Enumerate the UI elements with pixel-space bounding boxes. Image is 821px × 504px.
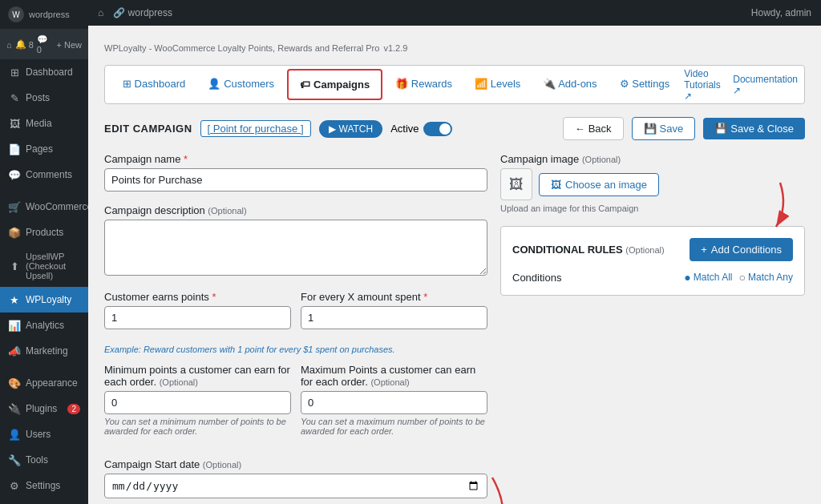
sidebar-item-dashboard[interactable]: ⊞ Dashboard bbox=[0, 59, 88, 85]
start-date-input[interactable] bbox=[104, 474, 487, 498]
tools-icon: 🔧 bbox=[8, 454, 21, 466]
plugins-icon: 🔌 bbox=[8, 402, 21, 415]
sidebar-item-label: Users bbox=[26, 429, 51, 440]
max-points-section: Maximum Points a customer can earn for e… bbox=[301, 364, 487, 436]
campaign-name-section: Campaign name * bbox=[104, 153, 487, 192]
woocommerce-icon: 🛒 bbox=[8, 200, 21, 213]
admin-home-link[interactable]: ⌂ bbox=[98, 7, 103, 18]
sidebar-item-plugins[interactable]: 🔌 Plugins 2 bbox=[0, 396, 88, 421]
campaign-description-section: Campaign description (Optional) bbox=[104, 204, 487, 278]
sidebar: W wordpress ⌂ 🔔 8 💬 0 + New ⊞ Dashboard … bbox=[0, 0, 88, 504]
nav-tabs: ⊞ Dashboard 👤 Customers 🏷 Campaigns 🎁 Re… bbox=[104, 65, 805, 104]
sidebar-item-analytics[interactable]: 📊 Analytics bbox=[0, 312, 88, 338]
site-name: wordpress bbox=[29, 10, 70, 19]
points-section: Customer earns points * For every X amou… bbox=[104, 291, 487, 342]
sidebar-item-label: Products bbox=[26, 227, 63, 238]
watch-button[interactable]: ▶ WATCH bbox=[319, 120, 383, 138]
active-toggle-switch[interactable] bbox=[423, 122, 452, 136]
main-content: ⌂ 🔗 wordpress Howdy, admin WPLoyalty - W… bbox=[88, 0, 821, 504]
sidebar-item-label: Pages bbox=[26, 143, 53, 155]
sidebar-item-label: Settings bbox=[26, 480, 60, 491]
appearance-icon: 🎨 bbox=[8, 377, 21, 389]
tab-addons[interactable]: 🔌 Add-ons bbox=[532, 70, 608, 100]
tab-settings[interactable]: ⚙ Settings bbox=[609, 70, 681, 100]
back-button[interactable]: ← Back bbox=[563, 117, 624, 140]
tab-campaigns[interactable]: 🏷 Campaigns bbox=[287, 69, 382, 100]
users-icon: 👤 bbox=[8, 428, 21, 441]
campaign-name-label: Campaign name * bbox=[104, 153, 487, 165]
sidebar-item-media[interactable]: 🖼 Media bbox=[0, 111, 88, 136]
analytics-icon: 📊 bbox=[8, 319, 21, 332]
sidebar-item-label: Posts bbox=[26, 92, 50, 103]
sidebar-item-users[interactable]: 👤 Users bbox=[0, 421, 88, 447]
sidebar-item-appearance[interactable]: 🎨 Appearance bbox=[0, 370, 88, 396]
sidebar-item-label: Dashboard bbox=[26, 67, 73, 78]
conditional-rules-title: CONDITIONAL RULES (Optional) bbox=[512, 244, 665, 256]
new-button[interactable]: + New bbox=[57, 40, 82, 50]
sidebar-item-label: Analytics bbox=[26, 320, 64, 331]
customer-earns-label: Customer earns points * bbox=[104, 291, 291, 303]
tab-levels[interactable]: 📶 Levels bbox=[463, 70, 532, 100]
comments-icon: 💬 bbox=[8, 168, 21, 181]
max-points-input[interactable] bbox=[301, 391, 487, 414]
dashboard-home-link[interactable]: ⌂ bbox=[6, 40, 12, 50]
conditional-rules-panel: CONDITIONAL RULES (Optional) + Add Condi… bbox=[500, 226, 805, 296]
save-button[interactable]: 💾 Save bbox=[632, 117, 696, 140]
customer-earns-section: Customer earns points * bbox=[104, 291, 291, 329]
min-points-input[interactable] bbox=[104, 391, 291, 414]
sidebar-item-label: Comments bbox=[26, 169, 72, 180]
video-tutorials-link[interactable]: Video Tutorials ↗ bbox=[684, 68, 723, 102]
match-options: ● Match All ○ Match Any bbox=[684, 271, 793, 284]
match-all-option[interactable]: ● Match All bbox=[684, 271, 732, 284]
tab-dashboard[interactable]: ⊞ Dashboard bbox=[111, 70, 196, 100]
site-name-link[interactable]: 🔗 wordpress bbox=[113, 7, 172, 18]
sidebar-item-pages[interactable]: 📄 Pages bbox=[0, 136, 88, 162]
min-points-hint: You can set a minimum number of points t… bbox=[104, 417, 291, 436]
add-conditions-button[interactable]: + Add Conditions bbox=[690, 238, 793, 261]
tab-rewards[interactable]: 🎁 Rewards bbox=[384, 70, 463, 100]
upsellwp-icon: ⬆ bbox=[8, 260, 21, 272]
notifications[interactable]: 🔔 8 bbox=[15, 39, 34, 50]
edit-campaign-title: EDIT CAMPAIGN bbox=[104, 123, 192, 135]
pages-icon: 📄 bbox=[8, 143, 21, 155]
campaign-name-badge: [ Point for purchase ] bbox=[200, 120, 311, 137]
start-date-label: Campaign Start date (Optional) bbox=[104, 458, 487, 470]
sidebar-item-label: Media bbox=[26, 118, 52, 129]
sidebar-item-settings[interactable]: ⚙ Settings bbox=[0, 473, 88, 498]
sidebar-item-woocommerce[interactable]: 🛒 WooCommerce bbox=[0, 194, 88, 220]
posts-icon: ✎ bbox=[8, 91, 21, 104]
sidebar-item-tools[interactable]: 🔧 Tools bbox=[0, 447, 88, 473]
sidebar-item-posts[interactable]: ✎ Posts bbox=[0, 85, 88, 111]
sidebar-item-products[interactable]: 📦 Products bbox=[0, 220, 88, 245]
tab-customers[interactable]: 👤 Customers bbox=[196, 70, 285, 100]
howdy-text: Howdy, admin bbox=[751, 7, 811, 18]
campaign-name-input[interactable] bbox=[104, 168, 487, 192]
sidebar-item-comments[interactable]: 💬 Comments bbox=[0, 162, 88, 187]
wordpress-icon: W bbox=[8, 6, 24, 22]
sidebar-item-upsellwp[interactable]: ⬆ UpsellWP (Checkout Upsell) bbox=[0, 245, 88, 287]
edit-campaign-header: EDIT CAMPAIGN [ Point for purchase ] ▶ W… bbox=[104, 117, 805, 140]
plugins-badge: 2 bbox=[67, 404, 80, 414]
for-every-input[interactable] bbox=[301, 306, 487, 329]
min-points-label: Minimum points a customer can earn for e… bbox=[104, 364, 291, 388]
content-area: WPLoyalty - WooCommerce Loyalty Points, … bbox=[88, 26, 821, 504]
sidebar-item-wployalty[interactable]: ★ WPLoyalty bbox=[0, 287, 88, 312]
max-points-label: Maximum Points a customer can earn for e… bbox=[301, 364, 487, 388]
right-column: Campaign image (Optional) 🖼 🖼 Choose an … bbox=[500, 153, 805, 504]
customer-earns-input[interactable] bbox=[104, 306, 291, 329]
upload-icon-button[interactable]: 🖼 bbox=[500, 168, 532, 200]
sidebar-item-label: UpsellWP (Checkout Upsell) bbox=[26, 252, 80, 280]
save-close-button[interactable]: 💾 Save & Close bbox=[703, 118, 805, 139]
match-any-option[interactable]: ○ Match Any bbox=[739, 271, 794, 284]
upload-hint: Upload an image for this Campaign bbox=[500, 204, 805, 213]
documentation-link[interactable]: Documentation ↗ bbox=[733, 74, 798, 96]
start-date-section: Campaign Start date (Optional) Include e… bbox=[104, 458, 487, 504]
conditions-row: Conditions ● Match All ○ Match Any bbox=[512, 271, 793, 284]
choose-image-button[interactable]: 🖼 Choose an image bbox=[539, 173, 659, 196]
products-icon: 📦 bbox=[8, 226, 21, 239]
campaign-description-input[interactable] bbox=[104, 220, 487, 276]
sidebar-item-marketing[interactable]: 📣 Marketing bbox=[0, 338, 88, 364]
admin-bar: ⌂ 🔗 wordpress Howdy, admin bbox=[88, 0, 821, 26]
comments-icon-top[interactable]: 💬 0 bbox=[37, 34, 54, 54]
page-title: WPLoyalty - WooCommerce Loyalty Points, … bbox=[104, 38, 805, 55]
